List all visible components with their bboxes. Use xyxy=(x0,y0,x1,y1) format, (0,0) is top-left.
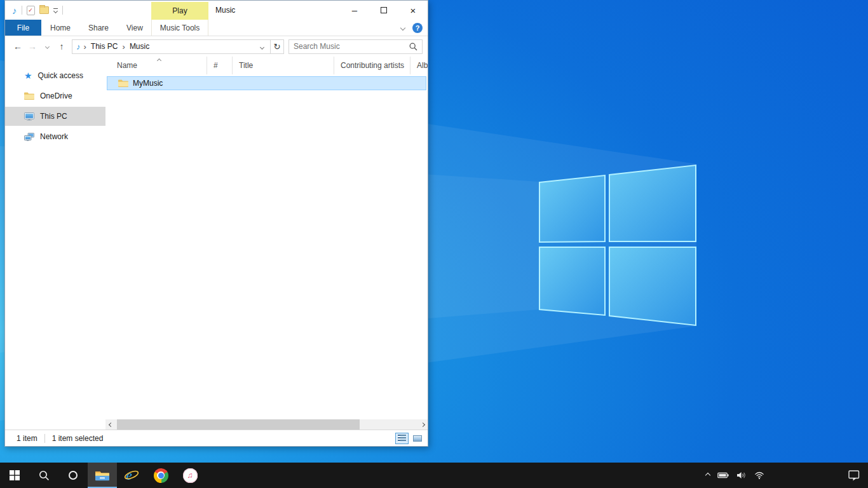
breadcrumb-music[interactable]: Music xyxy=(128,42,151,51)
folder-icon xyxy=(118,79,128,87)
search-icon[interactable] xyxy=(409,43,417,51)
column-header-row: Name # Title Contributing artists Alb xyxy=(105,57,428,74)
wifi-icon[interactable] xyxy=(754,471,764,479)
scrollbar-thumb[interactable] xyxy=(117,419,360,430)
tab-music-tools[interactable]: Music Tools xyxy=(151,20,208,36)
scrollbar-track[interactable] xyxy=(116,419,417,430)
expand-ribbon-icon[interactable] xyxy=(400,25,405,30)
sidebar-item-label: Network xyxy=(40,132,68,141)
tab-file[interactable]: File xyxy=(5,20,41,36)
tab-share[interactable]: Share xyxy=(79,20,118,36)
start-button[interactable] xyxy=(0,463,29,488)
system-tray xyxy=(706,470,868,481)
column-header-contributing-artists[interactable]: Contributing artists xyxy=(334,57,410,74)
show-hidden-icons-button[interactable] xyxy=(705,473,710,478)
sidebar-item-this-pc[interactable]: This PC xyxy=(5,107,105,126)
recent-locations-button[interactable] xyxy=(41,39,53,53)
breadcrumb-separator: › xyxy=(84,43,86,51)
sort-ascending-icon xyxy=(157,58,161,63)
title-bar: ♪ ✓ Play Music – × xyxy=(5,1,428,20)
sidebar-item-label: OneDrive xyxy=(40,92,72,100)
column-header-title[interactable]: Title xyxy=(233,57,334,74)
file-list-empty-area xyxy=(105,90,428,419)
refresh-button[interactable]: ↻ xyxy=(271,39,284,54)
maximize-icon xyxy=(381,7,387,13)
sidebar-item-label: Quick access xyxy=(38,71,83,80)
up-button[interactable]: ↑ xyxy=(55,39,68,53)
tab-view[interactable]: View xyxy=(118,20,152,36)
monitor-icon xyxy=(24,112,34,121)
file-explorer-window: ♪ ✓ Play Music – × File Home Share View … xyxy=(4,0,428,447)
back-button[interactable]: ← xyxy=(11,39,24,53)
qat-separator xyxy=(62,6,63,15)
qat-customize-button[interactable] xyxy=(53,8,58,13)
large-icons-view-button[interactable] xyxy=(410,433,424,444)
itunes-icon: ♫ xyxy=(183,468,198,483)
navigation-pane: ★ Quick access OneDrive This PC Network xyxy=(5,57,105,430)
chevron-right-icon xyxy=(420,422,424,426)
column-header-number[interactable]: # xyxy=(207,57,233,74)
chevron-down-icon xyxy=(260,45,264,50)
sidebar-item-network[interactable]: Network xyxy=(5,127,105,146)
network-icon xyxy=(24,133,34,141)
taskbar-internet-explorer-button[interactable] xyxy=(117,463,146,488)
window-title: Music xyxy=(215,1,235,20)
minimize-button[interactable]: – xyxy=(340,1,369,20)
search-input[interactable] xyxy=(294,42,405,51)
horizontal-scrollbar[interactable] xyxy=(105,419,428,430)
chrome-icon xyxy=(154,468,168,483)
breadcrumb-separator: › xyxy=(123,43,125,51)
status-bar: 1 item 1 item selected xyxy=(5,430,428,446)
status-divider xyxy=(44,434,45,443)
taskbar-itunes-button[interactable]: ♫ xyxy=(175,463,205,488)
column-header-name[interactable]: Name xyxy=(105,57,207,74)
file-name: MyMusic xyxy=(133,79,163,88)
cortana-icon xyxy=(69,471,78,480)
item-count: 1 item xyxy=(17,434,37,443)
file-row-mymusic[interactable]: MyMusic xyxy=(107,76,426,90)
details-view-button[interactable] xyxy=(395,433,409,444)
column-header-album[interactable]: Alb xyxy=(410,57,428,74)
breadcrumb-this-pc[interactable]: This PC xyxy=(90,42,119,51)
help-button[interactable]: ? xyxy=(412,23,423,33)
ribbon-tab-row: File Home Share View Music Tools ? xyxy=(5,20,428,36)
taskbar-chrome-button[interactable] xyxy=(146,463,175,488)
maximize-button[interactable] xyxy=(369,1,398,20)
properties-icon[interactable]: ✓ xyxy=(27,6,35,15)
file-list-pane: Name # Title Contributing artists Alb My… xyxy=(105,57,428,430)
scroll-left-button[interactable] xyxy=(105,419,116,430)
windows-logo-icon xyxy=(10,470,20,480)
sidebar-item-quick-access[interactable]: ★ Quick access xyxy=(5,66,105,85)
folder-icon xyxy=(24,92,34,100)
chevron-down-icon xyxy=(53,8,57,13)
taskbar-file-explorer-button[interactable] xyxy=(88,463,117,488)
internet-explorer-icon xyxy=(124,468,139,483)
search-icon xyxy=(39,470,50,481)
address-dropdown-button[interactable] xyxy=(258,42,266,51)
app-music-note-icon: ♪ xyxy=(12,6,17,15)
navigation-bar: ← → ↑ ♪ › This PC › Music ↻ xyxy=(5,36,428,57)
search-box xyxy=(288,39,423,54)
tab-home[interactable]: Home xyxy=(41,20,79,36)
chevron-left-icon xyxy=(108,422,112,426)
scroll-right-button[interactable] xyxy=(417,419,428,430)
address-bar[interactable]: ♪ › This PC › Music xyxy=(72,39,271,54)
quick-access-toolbar: ♪ ✓ xyxy=(5,6,63,15)
action-center-icon[interactable] xyxy=(848,470,860,481)
location-music-note-icon: ♪ xyxy=(76,42,81,51)
qat-separator xyxy=(22,6,22,15)
sidebar-item-label: This PC xyxy=(40,112,67,121)
cortana-button[interactable] xyxy=(58,463,88,488)
taskbar-search-button[interactable] xyxy=(29,463,58,488)
taskbar: ♫ xyxy=(0,463,868,488)
forward-button[interactable]: → xyxy=(26,39,39,53)
battery-icon[interactable] xyxy=(717,472,729,478)
selection-count: 1 item selected xyxy=(52,434,104,443)
volume-icon[interactable] xyxy=(736,471,747,479)
contextual-group-play[interactable]: Play xyxy=(151,2,208,20)
details-view-icon xyxy=(398,435,406,442)
close-button[interactable]: × xyxy=(398,1,428,20)
new-folder-icon[interactable] xyxy=(39,6,49,14)
sidebar-item-onedrive[interactable]: OneDrive xyxy=(5,86,105,105)
chevron-down-icon xyxy=(44,44,49,48)
